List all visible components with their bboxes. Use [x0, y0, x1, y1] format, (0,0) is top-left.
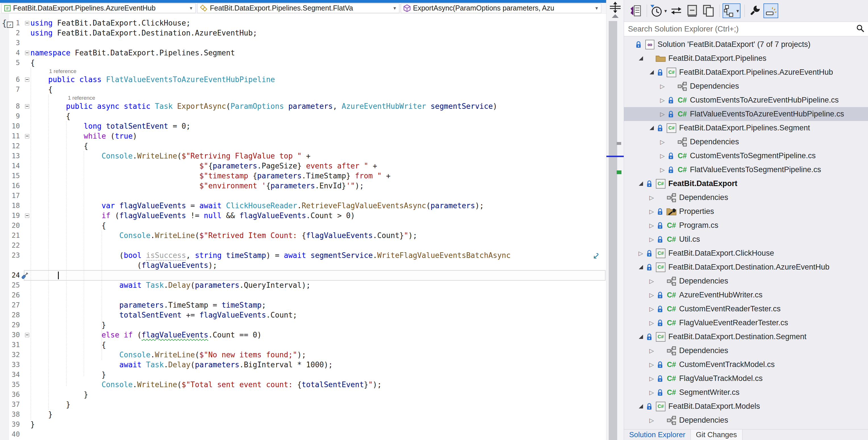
code-line-4[interactable]: 4namespace FeatBit.DataExport.Pipelines.… — [0, 48, 606, 58]
code-line-28[interactable]: 28 totalSentEvent += flagValueEvents.Cou… — [0, 310, 606, 320]
code-line-39[interactable]: 39} — [0, 419, 606, 430]
tree-item-customeventtrackmodel-cs[interactable]: ▷C#CustomEventTrackModel.cs — [624, 357, 868, 372]
code-line-27[interactable]: 27 parameters.TimeStamp = timeStamp; — [0, 300, 606, 310]
scrollbar-thumb[interactable] — [609, 21, 617, 440]
expander-expanded-icon[interactable] — [637, 265, 645, 269]
navbar-class-dropdown[interactable]: FeatBit.DataExport.Pipelines.Segment.Fla… — [197, 3, 399, 13]
tree-item-solution-featbit-dataexport-7-of-7-projects[interactable]: ∞Solution 'FeatBit.DataExport' (7 of 7 p… — [624, 37, 868, 52]
code-line-9[interactable]: 9 { — [0, 112, 606, 121]
tree-item-dependencies[interactable]: ▷Dependencies — [624, 79, 868, 93]
code-line-23[interactable]: 23 (bool isSuccess, string timeStamp) = … — [0, 251, 606, 260]
tree-item-dependencies[interactable]: ▷Dependencies — [624, 191, 868, 205]
expander-expanded-icon[interactable] — [647, 126, 656, 130]
code-lens-references[interactable]: 1 reference — [0, 68, 606, 75]
code-line-12[interactable]: 12 { — [0, 141, 606, 151]
expander-collapsed-icon[interactable]: ▷ — [647, 236, 656, 243]
code-line-13[interactable]: 13 Console.WriteLine($"Retriving FlagVal… — [0, 151, 606, 161]
tree-item-featbit-dataexport-destination-azureeventhub[interactable]: C#FeatBit.DataExport.Destination.AzureEv… — [624, 260, 868, 274]
code-line-6[interactable]: 6 public class FlatValueEventsToAzureEve… — [0, 75, 606, 85]
code-line-wrap[interactable]: (flagValueEvents); — [0, 260, 606, 271]
tree-item-flagvalueeventreadertester-cs[interactable]: ▷C#FlagValueEventReaderTester.cs — [624, 316, 868, 330]
code-line-1[interactable]: 1using FeatBit.DataExport.ClickHouse; — [0, 18, 606, 28]
expander-collapsed-icon[interactable]: ▷ — [647, 375, 656, 382]
code-line-32[interactable]: 32 Console.WriteLine($"No new items foun… — [0, 350, 606, 360]
expander-collapsed-icon[interactable]: ▷ — [647, 292, 656, 298]
fold-collapse-icon[interactable] — [25, 214, 29, 218]
fold-collapse-icon[interactable] — [25, 51, 29, 55]
expander-expanded-icon[interactable] — [637, 404, 645, 408]
fold-collapse-icon[interactable] — [25, 21, 29, 25]
tree-item-dependencies[interactable]: ▷Dependencies — [624, 274, 868, 288]
code-line-15[interactable]: 15 $"timestamp {parameters.TimeStamp} fr… — [0, 171, 606, 181]
pending-changes-filter-icon[interactable]: ▼ — [650, 3, 668, 18]
expander-collapsed-icon[interactable]: ▷ — [647, 208, 656, 215]
tree-item-featbit-dataexport-destination-segment[interactable]: C#FeatBit.DataExport.Destination.Segment — [624, 330, 868, 344]
code-line-29[interactable]: 29 } — [0, 320, 606, 330]
expander-collapsed-icon[interactable]: ▷ — [647, 222, 656, 229]
code-editor[interactable]: {↗ 1using FeatBit.DataExport.ClickHouse;… — [0, 13, 606, 440]
code-line-16[interactable]: 16 $"environment '{parameters.EnvId}'"); — [0, 181, 606, 191]
hierarchy-view-icon[interactable]: ▼ — [722, 3, 741, 18]
code-line-24[interactable]: 24 — [0, 271, 606, 280]
tree-item-featbit-dataexport[interactable]: C#FeatBit.DataExport — [624, 177, 868, 191]
expander-collapsed-icon[interactable]: ▷ — [658, 166, 666, 173]
code-line-35[interactable]: 35 Console.WriteLine($"Total sent event … — [0, 380, 606, 390]
expander-collapsed-icon[interactable]: ▷ — [647, 347, 656, 354]
properties-wrench-icon[interactable] — [748, 3, 762, 18]
code-line-34[interactable]: 34 } — [0, 370, 606, 380]
code-lens-label[interactable]: 1 reference — [49, 68, 76, 75]
code-line-30[interactable]: 30 else if (flagValueEvents.Count == 0) — [0, 330, 606, 340]
tree-item-flatvalueeventstosegmentpipeline-cs[interactable]: ▷C#FlatValueEventsToSegmentPipeline.cs — [624, 163, 868, 177]
code-line-5[interactable]: 5{ — [0, 58, 606, 68]
show-all-files-icon[interactable] — [701, 3, 715, 18]
navbar-member-dropdown[interactable]: ExportAsync(ParamOptions parameters, Azu… — [401, 3, 601, 13]
collapse-all-icon[interactable] — [685, 3, 700, 18]
code-line-2[interactable]: 2using FeatBit.DataExport.Destination.Az… — [0, 28, 606, 38]
expander-collapsed-icon[interactable]: ▷ — [647, 417, 656, 424]
tree-item-featbit-dataexport-pipelines-azureeventhub[interactable]: C#FeatBit.DataExport.Pipelines.AzureEven… — [624, 65, 868, 79]
search-icon[interactable] — [856, 24, 865, 34]
code-line-19[interactable]: 19 if (flagValueEvents != null && flagVa… — [0, 211, 606, 221]
sync-with-active-document-icon[interactable] — [669, 3, 684, 18]
code-lens-references[interactable]: 1 reference — [0, 95, 606, 101]
tree-item-dependencies[interactable]: ▷Dependencies — [624, 344, 868, 357]
fold-collapse-icon[interactable] — [25, 77, 29, 82]
tree-item-dependencies[interactable]: ▷Dependencies — [624, 135, 868, 149]
tree-item-segmentwriter-cs[interactable]: ▷C#SegmentWriter.cs — [624, 385, 868, 399]
code-line-18[interactable]: 18 var flagValueEvents = await ClickHous… — [0, 201, 606, 211]
tree-item-program-cs[interactable]: ▷C#Program.cs — [624, 218, 868, 232]
code-line-10[interactable]: 10 long totalSentEvent = 0; — [0, 121, 606, 131]
tree-item-customevent-cs[interactable]: ▷C#CustomEvent.cs — [624, 427, 868, 429]
tree-item-properties[interactable]: ▷Properties — [624, 205, 868, 218]
quick-actions-screwdriver-icon[interactable] — [21, 272, 29, 283]
tree-item-featbit-dataexport-models[interactable]: C#FeatBit.DataExport.Models — [624, 399, 868, 413]
expander-collapsed-icon[interactable]: ▷ — [658, 97, 666, 104]
expander-expanded-icon[interactable] — [637, 335, 645, 339]
search-input[interactable] — [624, 25, 856, 33]
code-line-7[interactable]: 7 { — [0, 85, 606, 95]
expander-collapsed-icon[interactable]: ▷ — [647, 278, 656, 285]
code-lens-label[interactable]: 1 reference — [68, 95, 95, 101]
tree-item-customeventstoazureeventhubpipeline-cs[interactable]: ▷C#CustomEventsToAzureEventHubPipeline.c… — [624, 93, 868, 107]
code-line-31[interactable]: 31 { — [0, 340, 606, 350]
code-line-14[interactable]: 14 $"{parameters.PageSize} events after … — [0, 161, 606, 171]
code-line-20[interactable]: 20 { — [0, 221, 606, 231]
tree-item-azureeventhubwriter-cs[interactable]: ▷C#AzureEventHubWriter.cs — [624, 288, 868, 302]
expander-collapsed-icon[interactable]: ▷ — [647, 361, 656, 368]
scrollbar-up-arrow[interactable] — [612, 14, 619, 18]
code-line-21[interactable]: 21 Console.WriteLine($"Retrived Item Cou… — [0, 231, 606, 241]
fold-collapse-icon[interactable] — [25, 134, 29, 138]
expander-expanded-icon[interactable] — [647, 70, 656, 74]
expander-expanded-icon[interactable] — [637, 182, 645, 186]
expander-collapsed-icon[interactable]: ▷ — [647, 306, 656, 312]
expander-collapsed-icon[interactable]: ▷ — [637, 250, 645, 257]
code-line-38[interactable]: 38 } — [0, 410, 606, 419]
editor-scrollbar[interactable] — [606, 0, 624, 440]
expander-collapsed-icon[interactable]: ▷ — [647, 320, 656, 326]
expander-collapsed-icon[interactable]: ▷ — [658, 153, 666, 159]
code-line-37[interactable]: 37 } — [0, 400, 606, 410]
code-line-26[interactable]: 26 — [0, 290, 606, 300]
code-line-11[interactable]: 11 while (true) — [0, 131, 606, 141]
navbar-project-dropdown[interactable]: # FeatBit.DataExport.Pipelines.AzureEven… — [1, 3, 196, 13]
tab-git-changes[interactable]: Git Changes — [690, 430, 742, 440]
